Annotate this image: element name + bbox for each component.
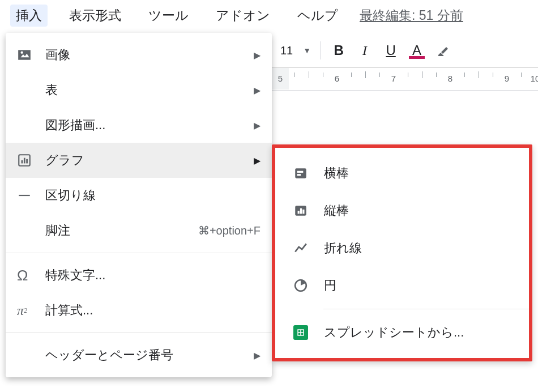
ruler-number: 6 <box>335 74 339 83</box>
insert-equation-item[interactable]: π2 計算式... <box>6 293 272 328</box>
insert-drawing-item[interactable]: 図形描画... ▶ <box>6 108 272 143</box>
svg-rect-4 <box>22 160 23 163</box>
bar-vertical-icon <box>293 203 324 218</box>
svg-rect-10 <box>297 174 301 176</box>
highlight-button[interactable] <box>432 39 454 62</box>
submenu-arrow-icon: ▶ <box>254 120 261 131</box>
insert-image-item[interactable]: 画像 ▶ <box>6 37 272 73</box>
toolbar: 11 ▼ B I U A <box>269 34 538 68</box>
svg-rect-6 <box>26 159 28 164</box>
pie-chart-icon <box>293 278 324 293</box>
submenu-arrow-icon: ▶ <box>254 155 261 166</box>
insert-hr-item[interactable]: 区切り線 <box>6 178 272 213</box>
menu-item-label: 区切り線 <box>45 187 261 204</box>
menu-tools[interactable]: ツール <box>143 5 194 27</box>
font-size-value: 11 <box>280 44 293 57</box>
menu-format[interactable]: 表示形式 <box>63 5 127 27</box>
svg-rect-13 <box>300 208 302 214</box>
chart-line-item[interactable]: 折れ線 <box>275 229 529 267</box>
submenu-item-label: スプレッドシートから... <box>324 324 464 341</box>
ruler: 5 6 7 8 9 10 <box>258 68 538 91</box>
insert-special-chars-item[interactable]: Ω 特殊文字... <box>6 258 272 293</box>
highlighter-icon <box>436 44 450 57</box>
menu-item-label: 脚注 <box>45 222 198 239</box>
chart-from-sheets-item[interactable]: スプレッドシートから... <box>275 314 529 351</box>
omega-icon: Ω <box>17 267 45 284</box>
image-icon <box>17 48 45 62</box>
toolbar-divider <box>320 41 321 59</box>
menu-addons[interactable]: アドオン <box>210 5 276 27</box>
submenu-item-label: 折れ線 <box>324 240 362 257</box>
chart-icon <box>17 153 45 168</box>
submenu-divider <box>323 309 529 309</box>
menu-bar: 挿入 表示形式 ツール アドオン ヘルプ 最終編集: 51 分前 <box>0 0 538 31</box>
bar-horizontal-icon <box>293 166 324 181</box>
menu-item-label: グラフ <box>45 152 254 169</box>
insert-chart-item[interactable]: グラフ ▶ <box>6 143 272 178</box>
svg-rect-5 <box>24 158 25 164</box>
menu-item-label: ヘッダーとページ番号 <box>45 347 254 364</box>
submenu-item-label: 縦棒 <box>324 202 349 219</box>
menu-insert[interactable]: 挿入 <box>10 5 48 27</box>
insert-table-item[interactable]: 表 ▶ <box>6 73 272 108</box>
menu-item-label: 特殊文字... <box>45 267 261 284</box>
svg-rect-8 <box>295 168 306 178</box>
chart-submenu: 横棒 縦棒 折れ線 円 スプレッドシートから... <box>272 144 532 361</box>
svg-rect-14 <box>302 210 304 214</box>
bold-button[interactable]: B <box>327 39 350 62</box>
underline-button[interactable]: U <box>379 39 402 62</box>
ruler-number: 8 <box>448 74 452 83</box>
italic-button[interactable]: I <box>353 39 376 62</box>
menu-item-label: 図形描画... <box>45 117 254 134</box>
ruler-number: 9 <box>505 74 509 83</box>
ruler-number: 7 <box>391 74 396 83</box>
menu-divider <box>6 333 272 333</box>
insert-header-page-item[interactable]: ヘッダーとページ番号 ▶ <box>6 338 272 373</box>
line-chart-icon <box>293 241 324 255</box>
text-color-swatch <box>409 56 425 59</box>
text-color-button[interactable]: A <box>405 39 428 62</box>
svg-rect-9 <box>297 171 304 173</box>
horizontal-line-icon <box>17 188 45 203</box>
submenu-arrow-icon: ▶ <box>254 85 261 96</box>
chart-bar-horizontal-item[interactable]: 横棒 <box>275 155 529 192</box>
chart-bar-vertical-item[interactable]: 縦棒 <box>275 192 529 229</box>
font-size-selector[interactable]: 11 ▼ <box>278 44 313 57</box>
submenu-arrow-icon: ▶ <box>254 50 261 61</box>
last-edit-link[interactable]: 最終編集: 51 分前 <box>360 7 463 24</box>
sheets-icon <box>293 325 324 340</box>
svg-rect-0 <box>18 50 31 59</box>
ruler-number: 5 <box>278 74 283 83</box>
menu-help[interactable]: ヘルプ <box>292 5 344 27</box>
svg-rect-12 <box>298 211 300 214</box>
menu-divider <box>6 253 272 253</box>
menu-item-label: 画像 <box>45 46 254 63</box>
pi-icon: π2 <box>17 303 45 318</box>
svg-point-2 <box>21 52 23 54</box>
insert-footnote-item[interactable]: 脚注 ⌘+option+F <box>6 213 272 248</box>
menu-item-label: 計算式... <box>45 302 261 319</box>
chart-pie-item[interactable]: 円 <box>275 267 529 304</box>
dropdown-arrow-icon: ▼ <box>303 46 311 55</box>
submenu-item-label: 横棒 <box>324 165 349 182</box>
menu-item-label: 表 <box>45 82 254 99</box>
submenu-item-label: 円 <box>324 277 336 294</box>
submenu-arrow-icon: ▶ <box>254 350 261 361</box>
ruler-number: 10 <box>531 74 538 83</box>
insert-dropdown: 画像 ▶ 表 ▶ 図形描画... ▶ グラフ ▶ 区切り線 脚注 ⌘+optio… <box>6 33 272 377</box>
shortcut-label: ⌘+option+F <box>198 224 261 237</box>
